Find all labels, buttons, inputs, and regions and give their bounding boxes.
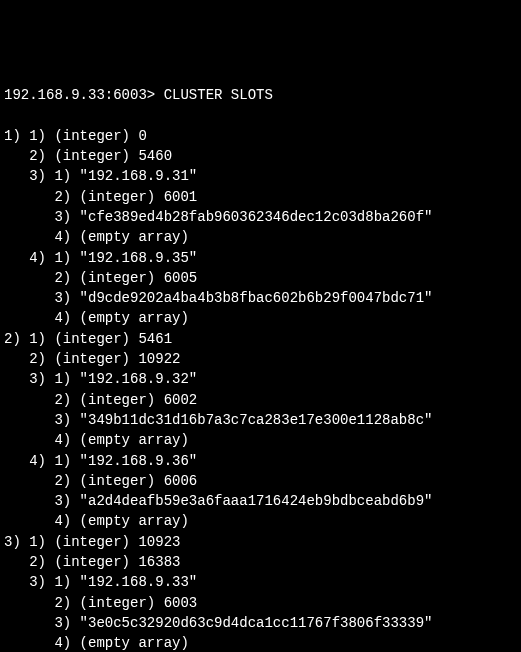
output-line: 4) (empty array) bbox=[4, 511, 517, 531]
output-line: 2) (integer) 16383 bbox=[4, 552, 517, 572]
output-line: 3) 1) (integer) 10923 bbox=[4, 532, 517, 552]
output-line: 3) "a2d4deafb59e3a6faaa1716424eb9bdbceab… bbox=[4, 491, 517, 511]
prompt: 192.168.9.33:6003> bbox=[4, 87, 155, 103]
output-line: 4) (empty array) bbox=[4, 308, 517, 328]
output-line: 2) (integer) 10922 bbox=[4, 349, 517, 369]
output-line: 2) (integer) 6003 bbox=[4, 593, 517, 613]
output-line: 3) 1) "192.168.9.31" bbox=[4, 166, 517, 186]
command-text: CLUSTER SLOTS bbox=[164, 87, 273, 103]
output-line: 4) (empty array) bbox=[4, 430, 517, 450]
output-line: 2) 1) (integer) 5461 bbox=[4, 329, 517, 349]
output-line: 3) 1) "192.168.9.33" bbox=[4, 572, 517, 592]
output-line: 3) "cfe389ed4b28fab960362346dec12c03d8ba… bbox=[4, 207, 517, 227]
output-line: 2) (integer) 6002 bbox=[4, 390, 517, 410]
output-line: 4) 1) "192.168.9.35" bbox=[4, 248, 517, 268]
output-line: 3) 1) "192.168.9.32" bbox=[4, 369, 517, 389]
output-line: 3) "349b11dc31d16b7a3c7ca283e17e300e1128… bbox=[4, 410, 517, 430]
output-line: 3) "3e0c5c32920d63c9d4dca1cc11767f3806f3… bbox=[4, 613, 517, 633]
command-line: 192.168.9.33:6003> CLUSTER SLOTS bbox=[4, 85, 517, 105]
output-line: 2) (integer) 5460 bbox=[4, 146, 517, 166]
output-line: 2) (integer) 6006 bbox=[4, 471, 517, 491]
output-line: 4) 1) "192.168.9.36" bbox=[4, 451, 517, 471]
output-line: 2) (integer) 6001 bbox=[4, 187, 517, 207]
output-line: 1) 1) (integer) 0 bbox=[4, 126, 517, 146]
output-line: 4) (empty array) bbox=[4, 227, 517, 247]
output-line: 4) (empty array) bbox=[4, 633, 517, 652]
command-output: 1) 1) (integer) 0 2) (integer) 5460 3) 1… bbox=[4, 126, 517, 652]
output-line: 2) (integer) 6005 bbox=[4, 268, 517, 288]
output-line: 3) "d9cde9202a4ba4b3b8fbac602b6b29f0047b… bbox=[4, 288, 517, 308]
